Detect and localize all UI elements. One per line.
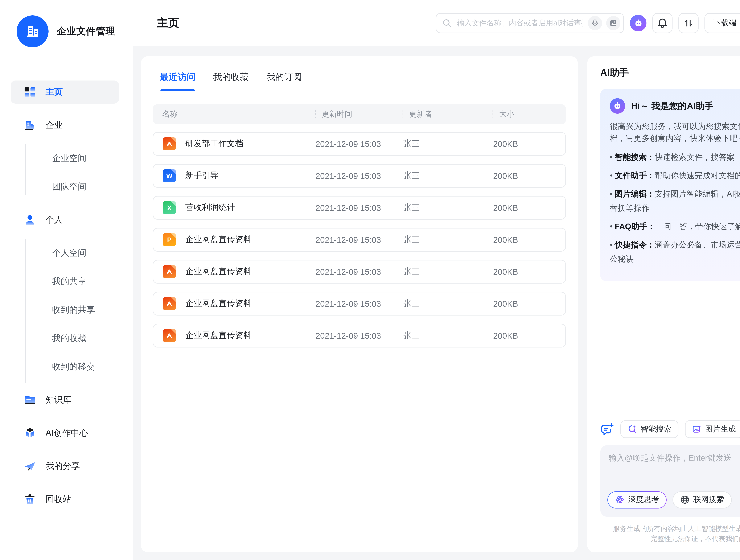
column-header[interactable]: 名称 (153, 109, 315, 119)
file-size: 200KB (493, 139, 565, 149)
file-row[interactable]: W新手引导2021-12-09 15:03张三200KB (153, 164, 566, 188)
file-row[interactable]: P企业网盘宣传资料2021-12-09 15:03张三200KB (153, 228, 566, 252)
column-divider (402, 110, 403, 118)
file-type-word-icon: W (163, 169, 176, 182)
app-title: 企业文件管理 (57, 25, 115, 37)
search-icon (442, 18, 452, 28)
ai-disclaimer: 服务生成的所有内容均由人工智能模型生成，其生成内容的准确性和 完整性无法保证，不… (600, 524, 740, 544)
ai-disclaimer-line1: 服务生成的所有内容均由人工智能模型生成，其生成内容的准确性和 (600, 524, 740, 534)
ai-feature-item: • 图片编辑：支持图片智能编辑，AI抠图、智能消除、图片替换等操作 (610, 187, 740, 215)
column-header-label: 名称 (162, 109, 178, 119)
column-header-label: 更新时间 (321, 109, 352, 119)
file-row[interactable]: 企业网盘宣传资料2021-12-09 15:03张三200KB (153, 260, 566, 284)
file-type-excel-icon: X (163, 201, 176, 214)
file-type-pdf-icon (163, 137, 176, 150)
file-updated-time: 2021-12-09 15:03 (315, 299, 403, 308)
file-name: 企业网盘宣传资料 (185, 235, 252, 245)
file-size: 200KB (493, 267, 565, 276)
sidebar-subitem[interactable]: 企业空间 (11, 147, 119, 170)
file-size: 200KB (493, 235, 565, 245)
chat-controls: 深度思考联网搜索+ (608, 489, 740, 510)
ai-chat-input-box[interactable]: 输入@唤起文件操作，Enter键发送 深度思考联网搜索+ (600, 445, 740, 517)
file-row[interactable]: 企业网盘宣传资料2021-12-09 15:03张三200KB (153, 292, 566, 315)
ai-disclaimer-line2: 完整性无法保证，不代表我们的态度或观点 (600, 534, 740, 544)
sidebar: 企业文件管理 主页企业企业空间团队空间个人个人空间我的共享收到的共享我的收藏收到… (0, 0, 133, 560)
file-name: 营收利润统计 (185, 202, 235, 213)
quick-action-智能搜索[interactable]: 智能搜索 (621, 420, 678, 438)
sidebar-item-home[interactable]: 主页 (11, 81, 119, 104)
ai-panel-title: AI助手 (600, 67, 740, 79)
ai-feature-list: • 智能搜索：快速检索文件，搜答案• 文件助手：帮助你快速完成对文档的总结、丰富… (610, 150, 740, 266)
sidebar-subitem-label: 收到的共享 (52, 304, 95, 315)
toggle-深度思考[interactable]: 深度思考 (608, 491, 667, 508)
sidebar-subitem[interactable]: 团队空间 (11, 175, 119, 198)
image-generate-icon (692, 425, 702, 434)
ai-quick-actions: 智能搜索图片生成AI抠图更多 (600, 420, 740, 438)
file-name: 企业网盘宣传资料 (185, 298, 252, 309)
sidebar-subitem-label: 团队空间 (52, 181, 86, 192)
sidebar-item-share[interactable]: 我的分享 (11, 455, 119, 478)
file-row[interactable]: 企业网盘宣传资料2021-12-09 15:03张三200KB (153, 324, 566, 348)
sidebar-item-ai-center[interactable]: AI创作中心 (11, 422, 119, 445)
file-updater: 张三 (403, 235, 493, 245)
toggle-联网搜索[interactable]: 联网搜索 (672, 491, 732, 508)
trash-icon (24, 493, 36, 505)
sidebar-item-enterprise[interactable]: 企业 (11, 114, 119, 137)
file-updated-time: 2021-12-09 15:03 (315, 331, 403, 340)
download-client-button[interactable]: 下载端 (705, 13, 740, 33)
smart-search-icon (628, 425, 637, 434)
file-name-cell: 企业网盘宣传资料 (153, 265, 315, 278)
column-divider (492, 110, 493, 118)
file-updated-time: 2021-12-09 15:03 (315, 235, 403, 245)
share-icon (24, 460, 36, 472)
home-icon (24, 86, 36, 98)
file-row[interactable]: 研发部工作文档2021-12-09 15:03张三200KB (153, 132, 566, 156)
file-type-pdf-icon (163, 297, 176, 310)
file-updater: 张三 (403, 171, 493, 181)
enterprise-icon (24, 119, 36, 131)
quick-action-图片生成[interactable]: 图片生成 (685, 420, 740, 438)
sidebar-item-label: 主页 (45, 86, 63, 98)
ai-center-icon (24, 427, 36, 439)
nav-group-line (25, 239, 26, 383)
voice-search-button[interactable] (588, 16, 602, 30)
column-header[interactable]: 大小 (492, 109, 566, 119)
transfer-list-button[interactable] (678, 13, 699, 33)
chat-input[interactable]: 输入@唤起文件操作，Enter键发送 (609, 453, 740, 464)
tab-我的订阅[interactable]: 我的订阅 (266, 72, 302, 91)
column-header[interactable]: 更新时间 (315, 109, 402, 119)
quick-action-label: 智能搜索 (641, 424, 671, 435)
file-tabs: 最近访问我的收藏我的订阅 (160, 72, 566, 91)
global-search-box[interactable] (436, 13, 624, 33)
sidebar-item-label: 企业 (45, 119, 63, 131)
sidebar-subitem[interactable]: 我的共享 (11, 270, 119, 293)
new-chat-icon[interactable] (600, 423, 614, 436)
web-search-icon (680, 495, 690, 504)
sidebar-subitem[interactable]: 个人空间 (11, 242, 119, 265)
notifications-button[interactable] (652, 13, 672, 33)
app-logo-row: 企业文件管理 (0, 0, 132, 48)
toggle-label: 联网搜索 (693, 494, 724, 505)
image-search-button[interactable] (606, 16, 621, 30)
ai-assistant-entry-button[interactable] (630, 15, 646, 31)
tab-我的收藏[interactable]: 我的收藏 (213, 72, 249, 91)
ai-feature-label: 图片编辑： (615, 189, 655, 198)
sidebar-subitem[interactable]: 我的收藏 (11, 327, 119, 350)
sidebar-item-person[interactable]: 个人 (11, 208, 119, 231)
search-input[interactable] (456, 18, 584, 28)
sidebar-subitem-label: 个人空间 (52, 248, 86, 259)
ai-feature-desc: 一问一答，带你快速了解企业网盘 (655, 222, 740, 231)
file-row[interactable]: X营收利润统计2021-12-09 15:03张三200KB (153, 196, 566, 220)
ai-feature-item: • 智能搜索：快速检索文件，搜答案 (610, 150, 740, 165)
file-type-pdf-icon (163, 329, 176, 342)
sidebar-subitem[interactable]: 收到的共享 (11, 298, 119, 321)
sidebar-item-trash[interactable]: 回收站 (11, 488, 119, 511)
app-window: 企业文件管理 主页企业企业空间团队空间个人个人空间我的共享收到的共享我的收藏收到… (0, 0, 740, 560)
column-header[interactable]: 更新者 (402, 109, 492, 119)
file-updated-time: 2021-12-09 15:03 (315, 203, 403, 212)
sidebar-subitem[interactable]: 收到的移交 (11, 355, 119, 378)
table-header-row: 名称更新时间更新者大小 (153, 104, 566, 124)
sidebar-item-knowledge[interactable]: 知识库 (11, 388, 119, 411)
file-updater: 张三 (403, 298, 493, 309)
tab-最近访问[interactable]: 最近访问 (160, 72, 195, 91)
